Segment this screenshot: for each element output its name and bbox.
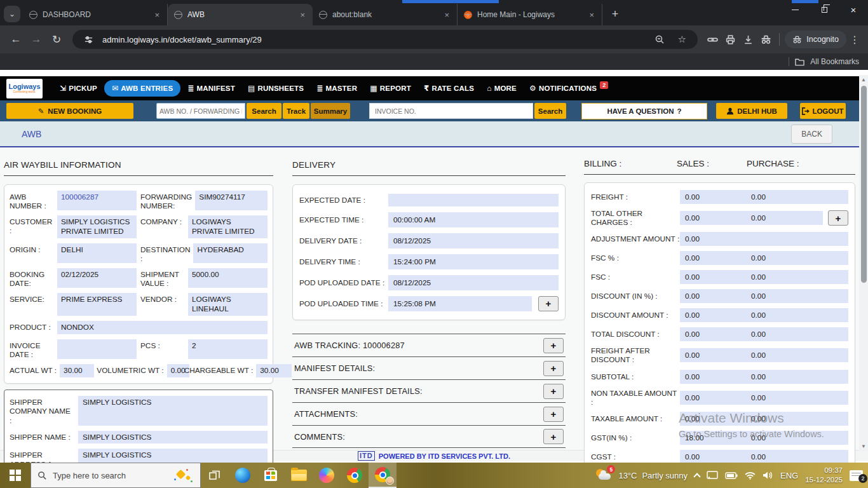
field-value[interactable]: 15:24:00 PM <box>388 254 559 269</box>
field-value[interactable]: PRIME EXPRESS <box>57 293 137 315</box>
search-placeholder[interactable]: Type here to search <box>53 471 166 480</box>
weather-widget[interactable]: 5 13°C Partly sunny <box>595 468 688 483</box>
field-value[interactable]: SIM90274117 <box>195 191 268 210</box>
section-row[interactable]: COMMENTS: + <box>292 425 566 448</box>
expand-button[interactable]: + <box>543 407 564 422</box>
purchase-value[interactable] <box>751 234 843 243</box>
tray-expand-icon[interactable] <box>693 473 700 480</box>
section-row[interactable]: AWB TRACKING: 100006287 + <box>292 334 566 356</box>
section-row[interactable]: MANIFEST DETAILS: + <box>292 356 566 379</box>
store-taskbar-button[interactable] <box>257 463 285 488</box>
file-explorer-button[interactable] <box>285 463 313 488</box>
new-booking-button[interactable]: ✎ NEW BOOKING <box>6 103 133 119</box>
field-value[interactable]: SIMPLY LOGISTICS PRIVATE LIMITED <box>57 215 137 238</box>
all-bookmarks-label[interactable]: All Bookmarks <box>810 57 859 66</box>
battery-icon[interactable] <box>725 472 738 479</box>
browser-tab[interactable]: AWB × <box>168 4 313 25</box>
field-value[interactable]: NONDOX <box>57 321 268 334</box>
task-view-button[interactable] <box>201 463 229 488</box>
field-value[interactable]: 08/12/2025 <box>388 233 559 248</box>
back-button[interactable]: ← <box>6 30 25 49</box>
have-a-question-button[interactable]: HAVE A QUESTION? <box>581 103 707 119</box>
field-value[interactable] <box>57 339 137 359</box>
invoice-search-button[interactable]: Search <box>534 103 566 119</box>
nav-item[interactable]: MANIFEST <box>182 81 241 96</box>
field-value[interactable]: 00:00:00 AM <box>388 212 559 227</box>
track-button[interactable]: Track <box>283 103 309 119</box>
section-row[interactable]: ATTACHMENTS: + <box>292 402 566 425</box>
field-value[interactable]: SIMPLY LOGISTICS <box>78 449 268 463</box>
purchase-value[interactable]: 0.00 <box>751 214 818 222</box>
sales-value[interactable]: 0.00 <box>685 214 751 222</box>
language-indicator[interactable]: ENG <box>780 471 798 480</box>
field-value[interactable]: SIMPLY LOGISTICS <box>78 396 268 426</box>
chrome-active-taskbar-button[interactable] <box>369 463 397 488</box>
purchase-value[interactable]: 0.00 <box>751 254 843 262</box>
logiways-logo[interactable]: Logiways Connecting world. <box>6 79 43 98</box>
wifi-icon[interactable] <box>745 471 756 480</box>
sales-value[interactable]: 0.00 <box>685 330 751 339</box>
print-icon[interactable] <box>722 34 738 45</box>
url-bar[interactable]: admin.logiways.in/docket/awb_summary/29 … <box>72 30 698 49</box>
scroll-down-icon[interactable]: ▼ <box>861 442 866 451</box>
section-row[interactable]: TRANSFER MANIFEST DETAILS: + <box>292 379 566 402</box>
add-charge-button[interactable]: + <box>828 210 848 226</box>
start-button[interactable] <box>0 463 31 488</box>
bookmark-star-icon[interactable]: ☆ <box>674 34 690 45</box>
browser-tab[interactable]: DASHBOARD × <box>23 4 168 25</box>
nav-item[interactable]: REPORT <box>364 81 417 96</box>
expand-button[interactable]: + <box>543 384 564 399</box>
purchase-value[interactable]: 0.00 <box>751 292 843 301</box>
site-settings-icon[interactable] <box>80 35 97 44</box>
chrome-taskbar-button[interactable] <box>341 463 369 488</box>
purchase-value[interactable]: 0.00 <box>751 393 843 402</box>
field-value[interactable]: HYDERABAD <box>193 243 268 263</box>
sales-value[interactable]: 0.00 <box>685 311 751 320</box>
field-value[interactable]: 30.00 <box>256 364 292 377</box>
purchase-value[interactable]: 0.00 <box>751 273 843 281</box>
purchase-value[interactable]: 0.00 <box>751 433 843 442</box>
field-value[interactable]: 5000.00 <box>188 268 268 288</box>
sales-value[interactable]: 0.00 <box>685 351 751 360</box>
field-value[interactable]: LOGIWAYS LINEHAUL <box>188 293 268 315</box>
purchase-value[interactable]: 0.00 <box>751 193 843 201</box>
copy-link-icon[interactable] <box>704 34 721 45</box>
hub-button[interactable]: DELHI HUB <box>716 103 787 119</box>
sales-value[interactable]: 0.00 <box>685 234 751 243</box>
add-button[interactable]: + <box>538 296 559 311</box>
sales-value[interactable]: 0.00 <box>685 414 751 423</box>
purchase-value[interactable]: 0.00 <box>751 372 843 381</box>
sales-value[interactable]: 0.00 <box>685 193 751 201</box>
field-value[interactable]: 08/12/2025 <box>388 275 559 290</box>
field-value[interactable]: 15:25:08 PM <box>388 296 532 311</box>
field-value[interactable]: 100006287 <box>57 191 137 210</box>
scroll-up-icon[interactable]: ▲ <box>861 75 866 85</box>
tab-close-icon[interactable]: × <box>443 10 451 20</box>
expand-button[interactable]: + <box>543 429 564 444</box>
back-button-page[interactable]: BACK <box>791 125 832 144</box>
incognito-badge[interactable]: Incognito <box>785 30 846 48</box>
nav-item[interactable]: RUNSHEETS <box>242 81 309 96</box>
nav-item[interactable]: NOTIFICATIONS 2 <box>524 81 614 96</box>
scrollbar-thumb[interactable] <box>861 86 867 283</box>
field-value[interactable] <box>388 194 559 207</box>
purchase-value[interactable]: 0.00 <box>751 414 843 423</box>
sales-value[interactable]: 0.00 <box>685 254 751 262</box>
field-value[interactable]: SIMPLY LOGISTICS <box>78 431 268 444</box>
forward-button[interactable]: → <box>27 30 46 49</box>
nav-item[interactable]: MORE <box>481 81 522 96</box>
purchase-value[interactable]: 0.00 <box>751 351 843 360</box>
invoice-search-input[interactable] <box>369 103 533 119</box>
purchase-value[interactable]: 0.00 <box>751 330 843 339</box>
expand-button[interactable]: + <box>543 338 564 353</box>
download-icon[interactable] <box>740 34 756 45</box>
browser-tab[interactable]: Home Main - Logiways × <box>458 4 602 25</box>
taskbar-search[interactable]: Type here to search <box>31 463 201 488</box>
clock[interactable]: 09:37 15-12-2025 <box>805 466 843 485</box>
browser-menu-icon[interactable]: ⋮ <box>848 34 862 46</box>
sales-value[interactable]: 0.00 <box>685 273 751 281</box>
purchase-value[interactable]: 0.00 <box>751 452 843 461</box>
cast-icon[interactable] <box>707 471 718 480</box>
field-value[interactable]: 2 <box>188 339 268 359</box>
summary-button[interactable]: Summary <box>311 103 350 119</box>
